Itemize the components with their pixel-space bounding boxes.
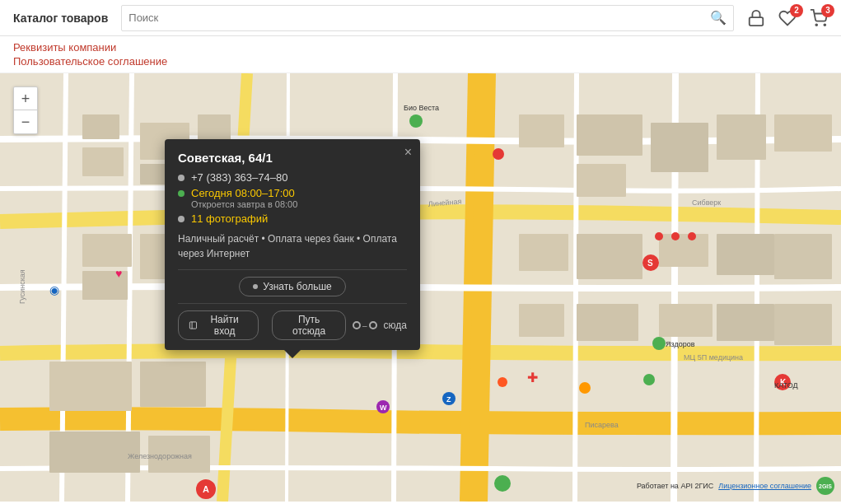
svg-text:✚: ✚	[527, 371, 538, 385]
hours-dot-icon	[178, 190, 185, 197]
header-icons: 2 3	[747, 9, 828, 27]
route-circle-2	[369, 321, 377, 329]
route-from-label: Путь отсюда	[283, 314, 335, 337]
svg-text:КАТОД: КАТОД	[774, 381, 798, 390]
lock-icon	[747, 9, 765, 27]
route-dash: –	[362, 321, 367, 330]
svg-text:Z: Z	[446, 395, 451, 404]
svg-point-45	[643, 374, 655, 385]
phone-dot-icon	[178, 175, 185, 181]
wishlist-badge: 2	[790, 4, 803, 17]
popup-phone-row: +7 (383) 363–74–80	[178, 171, 407, 184]
svg-text:МЦ 5П медицина: МЦ 5П медицина	[684, 353, 743, 362]
learn-more-label: Узнать больше	[263, 281, 331, 292]
search-bar[interactable]: 🔍	[121, 5, 734, 31]
popup-hours-sub: Откроется завтра в 08:00	[191, 199, 297, 209]
svg-rect-21	[659, 234, 708, 267]
svg-text:S: S	[647, 259, 653, 268]
popup-hours: Сегодня 08:00–17:00	[191, 187, 297, 199]
svg-rect-16	[651, 123, 708, 172]
gis-logo: 2GIS	[816, 477, 834, 495]
map-container: Линейная Писарева Железнодорожная Гусинс…	[0, 73, 841, 502]
svg-rect-0	[750, 17, 764, 26]
svg-rect-9	[82, 234, 132, 267]
popup-phone: +7 (383) 363–74–80	[191, 171, 287, 184]
svg-rect-17	[717, 114, 766, 160]
popup-payment-info: Наличный расчёт • Оплата через банк • Оп…	[178, 231, 407, 261]
svg-rect-30	[140, 362, 206, 407]
logo: Каталог товаров	[13, 12, 108, 25]
route-icons: –	[353, 321, 377, 330]
svg-text:Гусинская: Гусинская	[18, 269, 26, 304]
svg-rect-24	[519, 304, 564, 337]
svg-rect-4	[82, 147, 124, 176]
header: Каталог товаров 🔍 2 3	[0, 0, 841, 36]
popup-actions: Узнать больше	[178, 277, 407, 296]
svg-point-47	[655, 232, 663, 240]
svg-text:Яздоров: Яздоров	[666, 340, 695, 348]
map-watermark: Работает на API 2ГИС Лицензионное соглаш…	[637, 477, 834, 495]
company-details-link[interactable]: Реквизиты компании	[13, 41, 828, 54]
svg-rect-26	[659, 304, 713, 337]
svg-point-1	[815, 24, 817, 26]
svg-rect-14	[577, 114, 642, 156]
svg-text:◉: ◉	[49, 283, 59, 296]
svg-point-60	[498, 377, 507, 387]
map-background: Линейная Писарева Железнодорожная Гусинс…	[0, 73, 841, 502]
cart-button[interactable]: 3	[810, 9, 828, 27]
learn-more-button[interactable]: Узнать больше	[239, 277, 345, 296]
svg-point-42	[493, 148, 504, 160]
svg-point-40	[409, 114, 423, 128]
route-here-label: сюда	[384, 320, 407, 331]
svg-point-2	[824, 24, 825, 26]
svg-rect-18	[774, 114, 832, 152]
svg-point-46	[579, 382, 591, 394]
user-agreement-link[interactable]: Пользовательское соглашение	[13, 55, 828, 68]
svg-rect-5	[82, 114, 119, 139]
popup-divider-2	[178, 303, 407, 304]
popup-nav-row: Найти вход Путь отсюда – сюда	[178, 310, 407, 340]
popup-photos[interactable]: 11 фотографий	[191, 212, 268, 225]
route-circle-1	[353, 321, 361, 329]
svg-point-66	[652, 337, 666, 350]
popup-close-button[interactable]: ×	[404, 146, 412, 159]
svg-text:Железнодорожная: Железнодорожная	[128, 452, 192, 460]
svg-rect-28	[774, 304, 832, 345]
svg-text:W: W	[380, 404, 387, 412]
svg-rect-20	[577, 234, 642, 279]
svg-rect-69	[189, 322, 196, 329]
svg-text:Писарева: Писарева	[585, 421, 619, 429]
popup-tail	[284, 350, 301, 358]
map-zoom-controls: + −	[13, 86, 38, 134]
find-entrance-button[interactable]: Найти вход	[178, 310, 259, 340]
entrance-icon	[189, 320, 198, 330]
search-icon: 🔍	[710, 10, 727, 26]
wishlist-button[interactable]: 2	[778, 9, 797, 27]
zoom-out-button[interactable]: −	[14, 110, 37, 133]
sub-nav: Реквизиты компании Пользовательское согл…	[0, 36, 841, 73]
svg-rect-29	[49, 362, 132, 411]
lock-button[interactable]	[747, 9, 765, 27]
svg-rect-25	[577, 304, 638, 341]
search-input[interactable]	[128, 12, 710, 24]
map-popup: Советская, 64/1 × +7 (383) 363–74–80 Сег…	[165, 139, 420, 350]
zoom-in-button[interactable]: +	[14, 87, 37, 110]
popup-photos-row: 11 фотографий	[178, 212, 407, 225]
license-link[interactable]: Лицензионное соглашение	[718, 482, 811, 490]
popup-divider	[178, 269, 407, 270]
popup-title: Советская, 64/1	[178, 151, 407, 165]
svg-point-49	[688, 232, 696, 240]
svg-text:A: A	[203, 484, 209, 494]
svg-text:♥: ♥	[115, 267, 122, 280]
route-from-button[interactable]: Путь отсюда	[272, 310, 346, 340]
find-entrance-label: Найти вход	[201, 314, 248, 337]
svg-rect-19	[519, 234, 568, 271]
svg-text:Био Веста: Био Веста	[404, 104, 439, 112]
cart-badge: 3	[821, 4, 834, 17]
svg-text:Сибверк: Сибверк	[692, 198, 721, 207]
svg-rect-22	[717, 234, 774, 275]
svg-rect-15	[577, 164, 626, 197]
svg-rect-23	[774, 234, 832, 279]
learn-more-icon	[253, 284, 258, 289]
svg-rect-13	[519, 114, 564, 147]
